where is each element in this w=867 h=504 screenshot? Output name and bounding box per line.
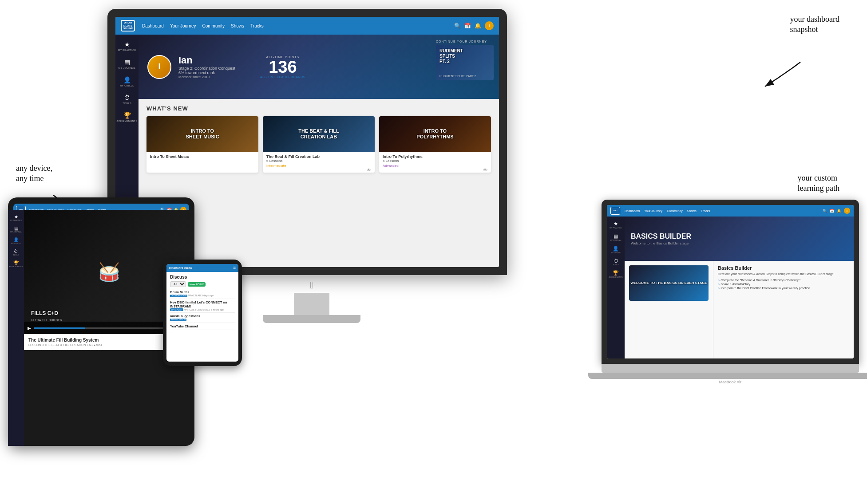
tablet-sidebar-achievements[interactable]: 🏆 ACHIEVEMENTS [13,259,24,269]
laptop-body: ★ MY PRACTICE ▤ MY JOURNAL 👤 MY CIRCLE [607,217,854,358]
laptop-calendar-icon[interactable]: 📅 [830,209,834,213]
phone-new-topic-button[interactable]: New TOPIC [188,282,206,287]
laptop-search-icon[interactable]: 🔍 [823,209,827,213]
laptop-label-achievements: ACHIEVEMENTS [609,276,623,278]
sidebar-label-tools: TOOLS [123,102,131,105]
phone-post-time-1: 5 hours ago [211,308,224,311]
tablet-video-title: FILLS C+D [31,310,58,316]
continue-thumb[interactable]: RUDIMENTSPLITSPT. 2 RUDIMENT SPLITS PART… [436,45,494,80]
tablet-label-achievements: ACHIEVEMENTS [13,265,23,268]
sidebar-label-journal: MY JOURNAL [119,67,135,69]
tablet-sidebar-circle[interactable]: 👤 MY CIRCLE [13,236,24,246]
tools-icon: ⏱ [124,94,130,101]
laptop-tools-icon: ⏱ [614,258,618,264]
tablet-sidebar-tools[interactable]: ⏱ TOOLS [13,247,24,258]
monitor-stand-neck [294,293,329,315]
laptop-nav-shows[interactable]: Shows [687,209,697,213]
card-title-poly: Intro To Polyrhythms [383,154,487,159]
laptop-base [602,364,859,373]
points-sub[interactable]: ALL-TIME LEADERBOARDS [260,75,305,79]
card-body-sheet: Intro To Sheet Music [146,152,258,161]
sidebar-item-circle[interactable]: 👤 MY CIRCLE [115,74,139,90]
tablet-sidebar-journal[interactable]: ▤ MY JOURNAL [13,224,24,235]
phone-filter-select[interactable]: All [170,281,186,287]
laptop-bell-icon[interactable]: 🔔 [837,209,841,213]
course-thumb-beat: THE BEAT & FILLCREATION LAB [263,116,375,152]
laptop-dbo-app: DBO Dashboard Your Journey Community Sho… [607,205,854,358]
sidebar-item-journal[interactable]: ▤ MY JOURNAL [115,56,139,72]
laptop-logo-text: DBO [614,210,618,212]
sidebar-label-practice: MY PRACTICE [118,49,136,51]
search-icon[interactable]: 🔍 [454,23,461,29]
laptop-logo[interactable]: DBO [610,207,620,215]
card-level-poly: Advanced [383,164,487,168]
laptop-bottom [588,373,867,379]
video-placeholder-icon: 🥁 [98,262,120,283]
sidebar-item-practice[interactable]: ★ MY PRACTICE [115,38,139,54]
laptop-checklist: Complete the "Become A Drummer In 30 Day… [718,278,849,290]
phone-menu-icon[interactable]: ☰ [233,266,236,270]
laptop-journey-thumb-text: WELCOME TO THE BASICS BUILDER STAGE [630,281,707,285]
laptop-trophy-icon: 🏆 [613,270,619,276]
tablet-sidebar-practice[interactable]: ★ MY PRACTICE [13,213,24,223]
desktop-logo[interactable]: DRUM BEATS ONLINE [121,20,135,32]
laptop-avatar[interactable]: I [844,208,850,214]
hero-continue-section: CONTINUE YOUR JOURNEY RUDIMENTSPLITSPT. … [436,40,494,80]
annotation-dashboard: your dashboardsnapshot [790,14,839,35]
nav-journey[interactable]: Your Journey [170,24,196,28]
laptop-star-icon: ★ [614,221,618,227]
course-card-sheet-music[interactable]: INTRO TOSHEET MUSIC Intro To Sheet Music [146,116,258,173]
sidebar-item-achievements[interactable]: 🏆 ACHIEVEMENTS [115,109,139,125]
whats-new-title: WHAT'S NEW [146,105,491,112]
laptop-sidebar-circle[interactable]: 👤 MY CIRCLE [607,244,625,256]
laptop-sidebar-journal[interactable]: ▤ MY JOURNAL [607,232,625,243]
watch-icon-poly[interactable]: 👁 [483,168,487,173]
laptop-label-practice: MY PRACTICE [610,227,622,229]
laptop-nav-journey[interactable]: Your Journey [644,209,662,213]
laptop-journal-icon: ▤ [614,233,618,239]
thumb-text-beat: THE BEAT & FILLCREATION LAB [298,128,339,140]
card-lessons-beat: 6 Lessons [266,159,371,163]
phone-post-meta-2: APPRECIATION [170,318,235,321]
course-card-polyrhythms[interactable]: INTRO TOPOLYRHYTHMS Intro To Polyrhythms… [379,116,491,173]
laptop-device: DBO Dashboard Your Journey Community Sho… [602,200,859,386]
laptop-content: WELCOME TO THE BASICS BUILDER STAGE Basi… [625,261,854,358]
phone-post-2: music suggestions APPRECIATION [170,313,235,323]
continue-subtitle: RUDIMENT SPLITS PART 2 [439,75,476,78]
bell-icon[interactable]: 🔔 [475,23,481,29]
journal-icon: ▤ [124,59,130,66]
laptop-journey-thumb[interactable]: WELCOME TO THE BASICS BUILDER STAGE [629,265,709,301]
hero-info: Ian Stage 2: Coordination Conquest 6% to… [178,55,235,79]
phone-topbar: DRUMBEATS ONLINE ☰ [166,264,238,272]
sidebar-item-tools[interactable]: ⏱ TOOLS [115,91,139,107]
tablet-progress-bar[interactable] [34,327,180,329]
laptop-sidebar-practice[interactable]: ★ MY PRACTICE [607,219,625,231]
nav-shows[interactable]: Shows [231,24,244,28]
laptop-sidebar-tools[interactable]: ⏱ TOOLS [607,256,625,268]
tablet-play-button[interactable]: ▶ [28,326,31,331]
laptop-nav-community[interactable]: Community [667,209,682,213]
calendar-icon[interactable]: 📅 [464,23,471,29]
user-avatar[interactable]: I [485,21,494,30]
nav-community[interactable]: Community [202,24,225,28]
laptop-nav-tracks[interactable]: Tracks [701,209,710,213]
course-card-beat-fill[interactable]: THE BEAT & FILLCREATION LAB The Beat & F… [263,116,375,173]
nav-tracks[interactable]: Tracks [250,24,264,28]
phone-logo: DRUMBEATS ONLINE [169,267,192,269]
continue-label: CONTINUE YOUR JOURNEY [436,40,494,43]
hero-points: ALL-TIME POINTS 136 ALL-TIME LEADERBOARD… [260,55,305,79]
nav-dashboard[interactable]: Dashboard [142,24,164,28]
laptop-model-label: MacBook Air [602,380,859,384]
monitor-stand-base [263,315,360,323]
phone-screen: DRUMBEATS ONLINE ☰ Discuss All New TOPIC… [166,264,238,362]
watch-icon-beat[interactable]: 👁 [367,168,371,173]
laptop-nav-dashboard[interactable]: Dashboard [625,209,640,213]
tablet-tools-icon: ⏱ [14,249,18,254]
laptop-label-journal: MY JOURNAL [610,239,622,241]
laptop-sidebar-achievements[interactable]: 🏆 ACHIEVEMENTS [607,268,625,280]
laptop-topnav: DBO Dashboard Your Journey Community Sho… [607,205,854,217]
sidebar-label-achievements: ACHIEVEMENTS [117,120,138,122]
phone-post-author-1: MARCOS FERNANDEZ [184,308,210,311]
laptop-nav-links: Dashboard Your Journey Community Shows T… [625,209,818,213]
card-level-beat: Intermediate [266,164,371,168]
